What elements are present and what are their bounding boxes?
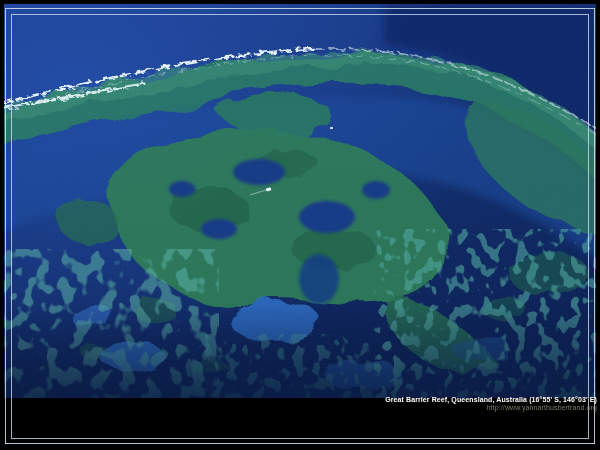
reef-aerial-graphic	[4, 4, 596, 398]
desktop-wallpaper: Great Barrier Reef, Queensland, Australi…	[0, 0, 600, 450]
reef-photo	[4, 4, 596, 398]
caption-title: Great Barrier Reef, Queensland, Australi…	[385, 396, 597, 404]
caption-url: http://www.yannarthusbertrand.org	[385, 404, 597, 412]
caption: Great Barrier Reef, Queensland, Australi…	[385, 396, 597, 412]
